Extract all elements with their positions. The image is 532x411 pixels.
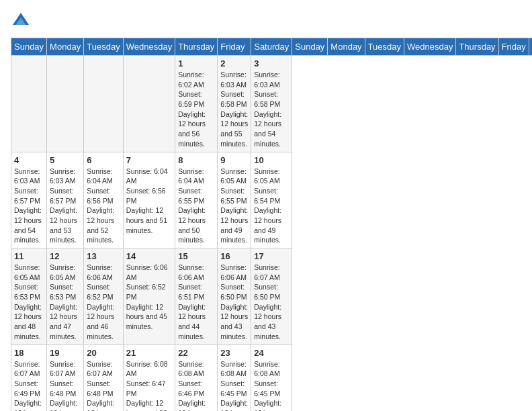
day-number: 13 [87,251,120,261]
day-cell [123,56,175,152]
day-cell [84,56,123,152]
day-number: 16 [220,251,248,261]
col-header-wednesday: Wednesday [404,38,456,56]
day-detail: Sunrise: 6:03 AMSunset: 6:57 PMDaylight:… [50,167,81,246]
col-header-thursday: Thursday [456,38,498,56]
day-detail: Sunrise: 6:07 AMSunset: 6:48 PMDaylight:… [50,359,81,412]
day-cell: 23Sunrise: 6:08 AMSunset: 6:45 PMDayligh… [218,345,251,411]
col-header-wednesday: Wednesday [123,38,175,56]
col-header-monday: Monday [47,38,84,56]
day-detail: Sunrise: 6:05 AMSunset: 6:54 PMDaylight:… [254,167,289,246]
day-detail: Sunrise: 6:02 AMSunset: 6:59 PMDaylight:… [178,70,214,149]
col-header-tuesday: Tuesday [365,38,404,56]
day-cell: 20Sunrise: 6:07 AMSunset: 6:48 PMDayligh… [84,345,123,411]
day-cell: 6Sunrise: 6:04 AMSunset: 6:56 PMDaylight… [84,152,123,248]
day-cell: 14Sunrise: 6:06 AMSunset: 6:52 PMDayligh… [123,248,175,345]
col-header-monday: Monday [328,38,365,56]
day-detail: Sunrise: 6:05 AMSunset: 6:55 PMDaylight:… [220,167,248,246]
day-number: 1 [178,58,214,68]
day-cell: 13Sunrise: 6:06 AMSunset: 6:52 PMDayligh… [84,248,123,345]
week-row-1: 1Sunrise: 6:02 AMSunset: 6:59 PMDaylight… [11,56,533,152]
logo [11,11,35,31]
col-header-sunday: Sunday [11,38,47,56]
day-detail: Sunrise: 6:07 AMSunset: 6:49 PMDaylight:… [14,359,44,412]
col-header-saturday: Saturday [251,38,292,56]
day-detail: Sunrise: 6:04 AMSunset: 6:55 PMDaylight:… [178,167,214,246]
day-cell: 10Sunrise: 6:05 AMSunset: 6:54 PMDayligh… [251,152,292,248]
day-cell: 24Sunrise: 6:08 AMSunset: 6:45 PMDayligh… [251,345,292,411]
day-number: 24 [254,348,289,358]
day-detail: Sunrise: 6:03 AMSunset: 6:58 PMDaylight:… [220,70,248,149]
week-row-4: 18Sunrise: 6:07 AMSunset: 6:49 PMDayligh… [11,345,533,411]
day-number: 21 [126,348,172,358]
day-detail: Sunrise: 6:08 AMSunset: 6:47 PMDaylight:… [126,359,172,412]
day-detail: Sunrise: 6:04 AMSunset: 6:56 PMDaylight:… [126,167,172,236]
day-cell: 8Sunrise: 6:04 AMSunset: 6:55 PMDaylight… [175,152,218,248]
day-detail: Sunrise: 6:06 AMSunset: 6:52 PMDaylight:… [87,263,120,342]
day-number: 10 [254,155,289,165]
day-number: 11 [14,251,44,261]
day-detail: Sunrise: 6:08 AMSunset: 6:45 PMDaylight:… [254,359,289,412]
day-detail: Sunrise: 6:07 AMSunset: 6:48 PMDaylight:… [87,359,120,412]
calendar-table: SundayMondayTuesdayWednesdayThursdayFrid… [11,38,532,411]
day-detail: Sunrise: 6:03 AMSunset: 6:57 PMDaylight:… [14,167,44,246]
day-number: 5 [50,155,81,165]
day-number: 19 [50,348,81,358]
col-header-saturday: Saturday [529,38,532,56]
day-number: 8 [178,155,214,165]
day-number: 23 [220,348,248,358]
day-number: 6 [87,155,120,165]
week-row-3: 11Sunrise: 6:05 AMSunset: 6:53 PMDayligh… [11,248,533,345]
day-cell: 19Sunrise: 6:07 AMSunset: 6:48 PMDayligh… [47,345,84,411]
day-number: 9 [220,155,248,165]
day-number: 18 [14,348,44,358]
day-cell: 5Sunrise: 6:03 AMSunset: 6:57 PMDaylight… [47,152,84,248]
day-number: 22 [178,348,214,358]
day-detail: Sunrise: 6:06 AMSunset: 6:50 PMDaylight:… [220,263,248,342]
day-number: 3 [254,58,289,68]
col-header-sunday: Sunday [292,38,328,56]
day-detail: Sunrise: 6:06 AMSunset: 6:51 PMDaylight:… [178,263,214,342]
col-header-tuesday: Tuesday [84,38,123,56]
day-cell: 7Sunrise: 6:04 AMSunset: 6:56 PMDaylight… [123,152,175,248]
day-number: 7 [126,155,172,165]
day-detail: Sunrise: 6:03 AMSunset: 6:58 PMDaylight:… [254,70,289,149]
day-cell: 2Sunrise: 6:03 AMSunset: 6:58 PMDaylight… [218,56,251,152]
day-detail: Sunrise: 6:05 AMSunset: 6:53 PMDaylight:… [50,263,81,342]
day-cell: 16Sunrise: 6:06 AMSunset: 6:50 PMDayligh… [218,248,251,345]
calendar-header-row: SundayMondayTuesdayWednesdayThursdayFrid… [11,38,533,56]
week-row-2: 4Sunrise: 6:03 AMSunset: 6:57 PMDaylight… [11,152,533,248]
day-cell: 9Sunrise: 6:05 AMSunset: 6:55 PMDaylight… [218,152,251,248]
day-cell: 18Sunrise: 6:07 AMSunset: 6:49 PMDayligh… [11,345,47,411]
day-detail: Sunrise: 6:07 AMSunset: 6:50 PMDaylight:… [254,263,289,342]
day-cell: 4Sunrise: 6:03 AMSunset: 6:57 PMDaylight… [11,152,47,248]
page-header [11,11,521,31]
day-cell: 15Sunrise: 6:06 AMSunset: 6:51 PMDayligh… [175,248,218,345]
day-cell: 1Sunrise: 6:02 AMSunset: 6:59 PMDaylight… [175,56,218,152]
day-cell: 11Sunrise: 6:05 AMSunset: 6:53 PMDayligh… [11,248,47,345]
day-detail: Sunrise: 6:04 AMSunset: 6:56 PMDaylight:… [87,167,120,246]
day-number: 12 [50,251,81,261]
day-number: 20 [87,348,120,358]
day-detail: Sunrise: 6:06 AMSunset: 6:52 PMDaylight:… [126,263,172,332]
day-cell: 22Sunrise: 6:08 AMSunset: 6:46 PMDayligh… [175,345,218,411]
day-cell: 3Sunrise: 6:03 AMSunset: 6:58 PMDaylight… [251,56,292,152]
day-cell [11,56,47,152]
col-header-friday: Friday [218,38,251,56]
day-number: 4 [14,155,44,165]
day-number: 14 [126,251,172,261]
day-detail: Sunrise: 6:05 AMSunset: 6:53 PMDaylight:… [14,263,44,342]
day-cell [47,56,84,152]
day-number: 17 [254,251,289,261]
day-cell: 12Sunrise: 6:05 AMSunset: 6:53 PMDayligh… [47,248,84,345]
col-header-thursday: Thursday [175,38,218,56]
day-number: 15 [178,251,214,261]
day-detail: Sunrise: 6:08 AMSunset: 6:45 PMDaylight:… [220,359,248,412]
day-detail: Sunrise: 6:08 AMSunset: 6:46 PMDaylight:… [178,359,214,412]
logo-icon [11,11,31,31]
day-cell: 21Sunrise: 6:08 AMSunset: 6:47 PMDayligh… [123,345,175,411]
col-header-friday: Friday [498,38,529,56]
day-cell: 17Sunrise: 6:07 AMSunset: 6:50 PMDayligh… [251,248,292,345]
day-number: 2 [220,58,248,68]
